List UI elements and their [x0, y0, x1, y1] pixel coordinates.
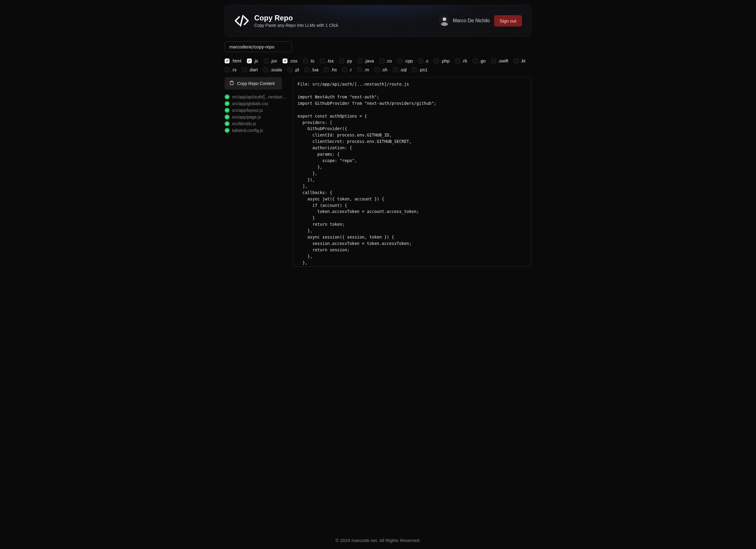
extension-label: .ts — [310, 58, 315, 63]
footer-text: © 2024 marcode.net. All Rights Reserved. — [0, 529, 756, 549]
user-block[interactable]: Marco De Nichilo — [439, 16, 490, 26]
file-item[interactable]: src/app/globals.css — [225, 101, 288, 106]
extension-label: .php — [441, 58, 450, 63]
check-circle-icon — [225, 121, 230, 126]
checkbox-icon[interactable] — [357, 67, 362, 72]
file-item[interactable]: src/app/api/auth/[...nextauth]/route.js — [225, 95, 288, 99]
checkbox-icon[interactable] — [242, 67, 247, 72]
extension-filter-dart[interactable]: .dart — [242, 67, 258, 72]
checkbox-icon[interactable] — [303, 59, 308, 63]
extension-filter-row: .html.js.jsx.css.ts.tsx.py.java.cs.cpp.c… — [225, 58, 531, 72]
extension-label: .tsx — [327, 58, 334, 63]
extension-label: .rb — [462, 58, 467, 63]
checkbox-icon[interactable] — [514, 59, 519, 63]
extension-label: .sh — [381, 67, 387, 72]
extension-filter-kt[interactable]: .kt — [514, 58, 526, 63]
app-title: Copy Repo — [254, 14, 338, 22]
checkbox-icon[interactable] — [412, 67, 417, 72]
checkbox-icon[interactable] — [393, 67, 398, 72]
extension-label: .dart — [249, 67, 258, 72]
file-name: tailwind.config.js — [232, 128, 263, 133]
extension-label: .pl — [294, 67, 299, 72]
extension-label: .java — [364, 58, 374, 63]
checkbox-icon[interactable] — [473, 59, 478, 63]
checkbox-icon[interactable] — [380, 59, 384, 63]
extension-filter-html[interactable]: .html — [225, 58, 241, 63]
extension-label: .r — [349, 67, 352, 72]
checkbox-icon[interactable] — [434, 59, 439, 63]
checkbox-icon[interactable] — [358, 59, 362, 63]
extension-filter-php[interactable]: .php — [434, 58, 450, 63]
checkbox-icon[interactable] — [247, 59, 252, 63]
extension-filter-js[interactable]: .js — [247, 58, 258, 63]
extension-filter-cs[interactable]: .cs — [380, 58, 392, 63]
avatar — [439, 16, 450, 26]
check-circle-icon — [225, 108, 230, 113]
extension-label: .js — [254, 58, 258, 63]
file-item[interactable]: src/lib/utils.js — [225, 121, 288, 126]
file-name: src/app/api/auth/[...nextauth]/route.js — [232, 95, 288, 99]
svg-rect-3 — [231, 81, 232, 82]
checkbox-icon[interactable] — [491, 59, 496, 63]
extension-filter-ps1[interactable]: .ps1 — [412, 67, 427, 72]
extension-filter-rb[interactable]: .rb — [455, 58, 467, 63]
extension-filter-py[interactable]: .py — [339, 58, 352, 63]
extension-filter-jsx[interactable]: .jsx — [264, 58, 277, 63]
extension-filter-tsx[interactable]: .tsx — [320, 58, 334, 63]
extension-filter-c[interactable]: .c — [418, 58, 429, 63]
extension-filter-m[interactable]: .m — [357, 67, 369, 72]
signout-button[interactable]: Sign out — [494, 15, 522, 27]
extension-label: .css — [289, 58, 298, 63]
extension-filter-sh[interactable]: .sh — [375, 67, 387, 72]
file-item[interactable]: src/app/layout.js — [225, 108, 288, 113]
extension-filter-swift[interactable]: .swift — [491, 58, 508, 63]
checkbox-icon[interactable] — [455, 59, 460, 63]
checkbox-icon[interactable] — [339, 59, 344, 63]
extension-filter-ts[interactable]: .ts — [303, 58, 315, 63]
checkbox-icon[interactable] — [263, 67, 268, 72]
checkbox-icon[interactable] — [264, 59, 269, 63]
extension-label: .lua — [311, 67, 319, 72]
extension-filter-go[interactable]: .go — [473, 58, 486, 63]
extension-filter-pl[interactable]: .pl — [287, 67, 299, 72]
checkbox-icon[interactable] — [320, 59, 325, 63]
svg-line-0 — [241, 16, 243, 26]
extension-filter-r[interactable]: .r — [342, 67, 352, 72]
code-viewer[interactable]: File: src/app/api/auth/[...nextauth]/rou… — [293, 77, 531, 267]
extension-label: .rs — [231, 67, 237, 72]
extension-label: .jsx — [270, 58, 277, 63]
extension-filter-hs[interactable]: .hs — [324, 67, 337, 72]
checkbox-icon[interactable] — [283, 59, 287, 63]
repo-input[interactable] — [225, 41, 292, 52]
extension-filter-css[interactable]: .css — [283, 58, 298, 63]
clipboard-icon — [229, 80, 234, 86]
checkbox-icon[interactable] — [305, 67, 309, 72]
checkbox-icon[interactable] — [418, 59, 423, 63]
copy-repo-content-button[interactable]: Copy Repo Content — [225, 77, 282, 90]
check-circle-icon — [225, 95, 230, 99]
extension-label: .ps1 — [419, 67, 427, 72]
file-item[interactable]: src/app/page.js — [225, 115, 288, 119]
file-item[interactable]: tailwind.config.js — [225, 128, 288, 133]
checkbox-icon[interactable] — [324, 67, 329, 72]
extension-label: .py — [346, 58, 352, 63]
extension-label: .c — [425, 58, 429, 63]
checkbox-icon[interactable] — [225, 67, 230, 72]
extension-filter-cpp[interactable]: .cpp — [398, 58, 413, 63]
file-name: src/app/globals.css — [232, 101, 268, 106]
extension-filter-sql[interactable]: .sql — [393, 67, 407, 72]
extension-filter-java[interactable]: .java — [358, 58, 374, 63]
checkbox-icon[interactable] — [375, 67, 380, 72]
file-name: src/app/layout.js — [232, 108, 263, 113]
extension-filter-rs[interactable]: .rs — [225, 67, 237, 72]
checkbox-icon[interactable] — [342, 67, 347, 72]
app-subtitle: Copy Paste any Repo into LLMs with 1 Cli… — [254, 23, 338, 28]
extension-label: .scala — [270, 67, 282, 72]
checkbox-icon[interactable] — [225, 59, 230, 63]
extension-filter-scala[interactable]: .scala — [263, 67, 282, 72]
checkbox-icon[interactable] — [398, 59, 402, 63]
extension-filter-lua[interactable]: .lua — [305, 67, 319, 72]
copy-button-label: Copy Repo Content — [237, 81, 275, 86]
checkbox-icon[interactable] — [287, 67, 292, 72]
extension-label: .kt — [521, 58, 526, 63]
